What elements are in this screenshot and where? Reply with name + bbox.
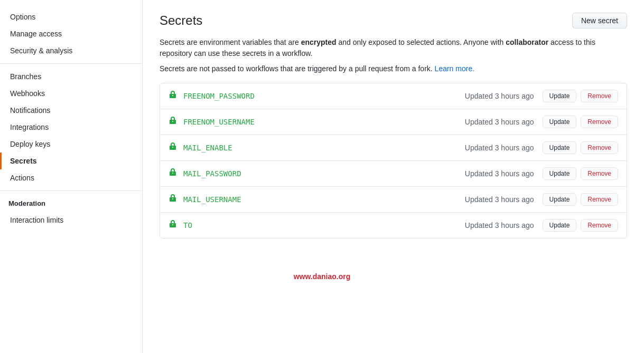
table-row: MAIL_PASSWORDUpdated 3 hours agoUpdateRe… [160, 161, 627, 187]
moderation-header: Moderation [0, 195, 142, 212]
secrets-table: FREENOM_PASSWORDUpdated 3 hours agoUpdat… [160, 83, 627, 238]
description-line2: Secrets are not passed to workflows that… [160, 63, 627, 74]
page-title: Secrets [160, 13, 202, 28]
sidebar-item-security-analysis[interactable]: Security & analysis [0, 42, 142, 59]
update-button[interactable]: Update [543, 167, 577, 180]
sidebar-item-notifications[interactable]: Notifications [0, 102, 142, 119]
sidebar-item-manage-access[interactable]: Manage access [0, 25, 142, 42]
remove-button[interactable]: Remove [581, 116, 618, 128]
sidebar-item-options[interactable]: Options [0, 8, 142, 25]
secret-name: MAIL_ENABLE [183, 144, 465, 152]
secret-updated: Updated 3 hours ago [465, 169, 534, 178]
secret-name: MAIL_PASSWORD [183, 169, 465, 178]
secret-name: TO [183, 221, 465, 230]
secret-updated: Updated 3 hours ago [465, 221, 534, 230]
lock-icon [169, 142, 177, 153]
desc-encrypted: encrypted [301, 38, 337, 46]
description-line1: Secrets are environment variables that a… [160, 37, 627, 59]
lock-icon [169, 91, 177, 101]
main-content: Secrets New secret Secrets are environme… [143, 0, 644, 353]
sidebar-item-deploy-keys[interactable]: Deploy keys [0, 136, 142, 152]
lock-icon [169, 168, 177, 179]
table-row: MAIL_ENABLEUpdated 3 hours agoUpdateRemo… [160, 135, 627, 161]
watermark: www.daniao.org [294, 272, 351, 281]
update-button[interactable]: Update [543, 219, 577, 232]
secret-updated: Updated 3 hours ago [465, 92, 534, 100]
sidebar-item-branches[interactable]: Branches [0, 68, 142, 85]
remove-button[interactable]: Remove [581, 167, 618, 180]
update-button[interactable]: Update [543, 193, 577, 206]
sidebar-item-interaction-limits[interactable]: Interaction limits [0, 212, 142, 228]
update-button[interactable]: Update [543, 141, 577, 154]
remove-button[interactable]: Remove [581, 193, 618, 206]
lock-icon [169, 220, 177, 231]
table-row: FREENOM_USERNAMEUpdated 3 hours agoUpdat… [160, 109, 627, 135]
secret-name: FREENOM_PASSWORD [183, 92, 465, 100]
secret-updated: Updated 3 hours ago [465, 144, 534, 152]
desc-prefix: Secrets are environment variables that a… [160, 38, 301, 46]
desc-middle: and only exposed to selected actions. An… [337, 38, 506, 46]
sidebar-divider-2 [0, 190, 142, 191]
lock-icon [169, 117, 177, 127]
table-row: TOUpdated 3 hours agoUpdateRemove [160, 213, 627, 238]
new-secret-button[interactable]: New secret [572, 13, 627, 28]
desc-collaborator: collaborator [506, 38, 548, 46]
secret-updated: Updated 3 hours ago [465, 195, 534, 204]
table-row: MAIL_USERNAMEUpdated 3 hours agoUpdateRe… [160, 187, 627, 213]
page-header: Secrets New secret [160, 13, 627, 28]
secret-name: FREENOM_USERNAME [183, 118, 465, 126]
sidebar-divider-1 [0, 63, 142, 64]
sidebar-item-webhooks[interactable]: Webhooks [0, 85, 142, 102]
secret-name: MAIL_USERNAME [183, 195, 465, 204]
lock-icon [169, 194, 177, 205]
learn-more-link[interactable]: Learn more. [435, 64, 474, 73]
desc2-prefix: Secrets are not passed to workflows that… [160, 64, 435, 73]
remove-button[interactable]: Remove [581, 219, 618, 232]
update-button[interactable]: Update [543, 90, 577, 102]
remove-button[interactable]: Remove [581, 141, 618, 154]
sidebar-item-secrets[interactable]: Secrets [0, 152, 142, 169]
secret-updated: Updated 3 hours ago [465, 118, 534, 126]
table-row: FREENOM_PASSWORDUpdated 3 hours agoUpdat… [160, 83, 627, 109]
sidebar-item-actions[interactable]: Actions [0, 169, 142, 186]
remove-button[interactable]: Remove [581, 90, 618, 102]
update-button[interactable]: Update [543, 116, 577, 128]
sidebar-item-integrations[interactable]: Integrations [0, 119, 142, 136]
sidebar: Options Manage access Security & analysi… [0, 0, 143, 353]
